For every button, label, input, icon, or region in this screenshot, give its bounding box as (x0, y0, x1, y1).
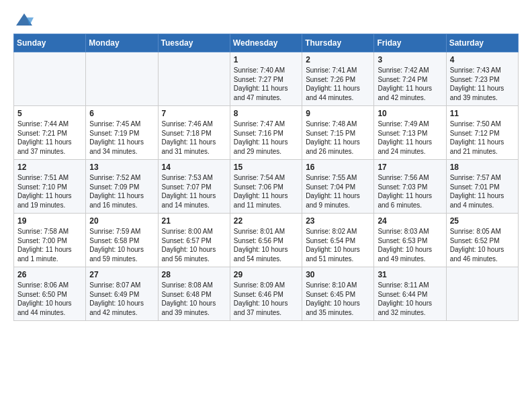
day-info: Sunrise: 8:03 AM Sunset: 6:53 PM Dayligh… (378, 227, 442, 263)
day-number: 3 (378, 55, 442, 64)
calendar-cell: 1Sunrise: 7:40 AM Sunset: 7:27 PM Daylig… (230, 52, 302, 106)
calendar-cell: 9Sunrise: 7:48 AM Sunset: 7:15 PM Daylig… (302, 106, 374, 160)
calendar-week-row: 26Sunrise: 8:06 AM Sunset: 6:50 PM Dayli… (14, 267, 519, 321)
day-info: Sunrise: 7:57 AM Sunset: 7:01 PM Dayligh… (450, 173, 515, 210)
day-number: 5 (17, 109, 82, 118)
calendar-cell: 4Sunrise: 7:43 AM Sunset: 7:23 PM Daylig… (446, 52, 518, 106)
day-info: Sunrise: 8:10 AM Sunset: 6:45 PM Dayligh… (306, 281, 370, 317)
day-info: Sunrise: 7:50 AM Sunset: 7:12 PM Dayligh… (450, 120, 515, 156)
calendar-header-row: SundayMondayTuesdayWednesdayThursdayFrid… (14, 34, 519, 52)
header-friday: Friday (374, 34, 446, 52)
calendar-cell: 13Sunrise: 7:52 AM Sunset: 7:09 PM Dayli… (86, 160, 158, 214)
day-info: Sunrise: 7:51 AM Sunset: 7:10 PM Dayligh… (17, 173, 82, 210)
day-info: Sunrise: 7:47 AM Sunset: 7:16 PM Dayligh… (234, 120, 298, 156)
calendar-cell: 2Sunrise: 7:41 AM Sunset: 7:26 PM Daylig… (302, 52, 374, 106)
calendar-cell: 23Sunrise: 8:02 AM Sunset: 6:54 PM Dayli… (302, 214, 374, 267)
day-number: 29 (234, 270, 298, 279)
day-number: 4 (450, 55, 515, 64)
day-number: 30 (306, 270, 370, 279)
day-number: 22 (234, 216, 298, 226)
day-number: 23 (306, 216, 370, 226)
calendar-cell: 18Sunrise: 7:57 AM Sunset: 7:01 PM Dayli… (446, 160, 518, 214)
header-thursday: Thursday (302, 34, 374, 52)
day-info: Sunrise: 7:43 AM Sunset: 7:23 PM Dayligh… (450, 66, 515, 102)
day-info: Sunrise: 8:01 AM Sunset: 6:56 PM Dayligh… (234, 227, 298, 263)
calendar-cell: 27Sunrise: 8:07 AM Sunset: 6:49 PM Dayli… (86, 267, 158, 321)
calendar-cell: 6Sunrise: 7:45 AM Sunset: 7:19 PM Daylig… (86, 106, 158, 160)
calendar-week-row: 19Sunrise: 7:58 AM Sunset: 7:00 PM Dayli… (14, 214, 519, 267)
calendar-cell: 12Sunrise: 7:51 AM Sunset: 7:10 PM Dayli… (14, 160, 86, 214)
day-info: Sunrise: 8:09 AM Sunset: 6:46 PM Dayligh… (234, 281, 298, 317)
day-number: 21 (162, 216, 226, 226)
day-info: Sunrise: 7:54 AM Sunset: 7:06 PM Dayligh… (234, 173, 298, 210)
calendar-cell: 26Sunrise: 8:06 AM Sunset: 6:50 PM Dayli… (14, 267, 86, 321)
calendar-cell: 25Sunrise: 8:05 AM Sunset: 6:52 PM Dayli… (446, 214, 518, 267)
calendar-cell: 16Sunrise: 7:55 AM Sunset: 7:04 PM Dayli… (302, 160, 374, 214)
calendar-cell: 19Sunrise: 7:58 AM Sunset: 7:00 PM Dayli… (14, 214, 86, 267)
day-info: Sunrise: 7:46 AM Sunset: 7:18 PM Dayligh… (162, 120, 226, 156)
day-number: 24 (378, 216, 442, 226)
header-monday: Monday (86, 34, 158, 52)
calendar-cell (14, 52, 86, 106)
day-info: Sunrise: 7:42 AM Sunset: 7:24 PM Dayligh… (378, 66, 442, 102)
logo (13, 11, 34, 27)
day-info: Sunrise: 7:41 AM Sunset: 7:26 PM Dayligh… (306, 66, 370, 102)
day-number: 28 (162, 270, 226, 279)
day-info: Sunrise: 7:56 AM Sunset: 7:03 PM Dayligh… (378, 173, 442, 210)
day-number: 13 (89, 163, 154, 172)
day-number: 10 (378, 109, 442, 118)
header-tuesday: Tuesday (158, 34, 230, 52)
day-number: 12 (17, 163, 82, 172)
header-sunday: Sunday (14, 34, 86, 52)
calendar-cell: 8Sunrise: 7:47 AM Sunset: 7:16 PM Daylig… (230, 106, 302, 160)
day-info: Sunrise: 7:40 AM Sunset: 7:27 PM Dayligh… (234, 66, 298, 102)
day-info: Sunrise: 7:45 AM Sunset: 7:19 PM Dayligh… (89, 120, 154, 156)
day-info: Sunrise: 7:55 AM Sunset: 7:04 PM Dayligh… (306, 173, 370, 210)
day-number: 16 (306, 163, 370, 172)
calendar-week-row: 12Sunrise: 7:51 AM Sunset: 7:10 PM Dayli… (14, 160, 519, 214)
calendar-cell: 24Sunrise: 8:03 AM Sunset: 6:53 PM Dayli… (374, 214, 446, 267)
day-number: 1 (234, 55, 298, 64)
logo-icon (15, 11, 34, 30)
day-info: Sunrise: 7:49 AM Sunset: 7:13 PM Dayligh… (378, 120, 442, 156)
day-number: 15 (234, 163, 298, 172)
day-number: 25 (450, 216, 515, 226)
day-number: 31 (378, 270, 442, 279)
calendar-cell: 28Sunrise: 8:08 AM Sunset: 6:48 PM Dayli… (158, 267, 230, 321)
calendar-week-row: 1Sunrise: 7:40 AM Sunset: 7:27 PM Daylig… (14, 52, 519, 106)
calendar-cell: 31Sunrise: 8:11 AM Sunset: 6:44 PM Dayli… (374, 267, 446, 321)
day-info: Sunrise: 8:07 AM Sunset: 6:49 PM Dayligh… (89, 281, 154, 317)
header (13, 11, 519, 27)
header-wednesday: Wednesday (230, 34, 302, 52)
day-number: 17 (378, 163, 442, 172)
day-info: Sunrise: 7:48 AM Sunset: 7:15 PM Dayligh… (306, 120, 370, 156)
day-number: 6 (89, 109, 154, 118)
day-info: Sunrise: 7:44 AM Sunset: 7:21 PM Dayligh… (17, 120, 82, 156)
calendar-cell (158, 52, 230, 106)
calendar-cell: 15Sunrise: 7:54 AM Sunset: 7:06 PM Dayli… (230, 160, 302, 214)
day-number: 11 (450, 109, 515, 118)
calendar-cell: 14Sunrise: 7:53 AM Sunset: 7:07 PM Dayli… (158, 160, 230, 214)
day-info: Sunrise: 7:59 AM Sunset: 6:58 PM Dayligh… (89, 227, 154, 263)
calendar-cell: 11Sunrise: 7:50 AM Sunset: 7:12 PM Dayli… (446, 106, 518, 160)
day-info: Sunrise: 7:58 AM Sunset: 7:00 PM Dayligh… (17, 227, 82, 263)
header-saturday: Saturday (446, 34, 518, 52)
day-number: 7 (162, 109, 226, 118)
day-number: 9 (306, 109, 370, 118)
day-number: 2 (306, 55, 370, 64)
calendar-cell: 29Sunrise: 8:09 AM Sunset: 6:46 PM Dayli… (230, 267, 302, 321)
calendar-cell: 3Sunrise: 7:42 AM Sunset: 7:24 PM Daylig… (374, 52, 446, 106)
day-info: Sunrise: 8:06 AM Sunset: 6:50 PM Dayligh… (17, 281, 82, 317)
day-number: 14 (162, 163, 226, 172)
day-info: Sunrise: 8:02 AM Sunset: 6:54 PM Dayligh… (306, 227, 370, 263)
calendar-cell: 30Sunrise: 8:10 AM Sunset: 6:45 PM Dayli… (302, 267, 374, 321)
calendar-cell: 17Sunrise: 7:56 AM Sunset: 7:03 PM Dayli… (374, 160, 446, 214)
day-info: Sunrise: 8:08 AM Sunset: 6:48 PM Dayligh… (162, 281, 226, 317)
day-number: 20 (89, 216, 154, 226)
day-number: 27 (89, 270, 154, 279)
day-number: 8 (234, 109, 298, 118)
page: SundayMondayTuesdayWednesdayThursdayFrid… (0, 0, 532, 411)
calendar-week-row: 5Sunrise: 7:44 AM Sunset: 7:21 PM Daylig… (14, 106, 519, 160)
calendar-cell: 20Sunrise: 7:59 AM Sunset: 6:58 PM Dayli… (86, 214, 158, 267)
day-info: Sunrise: 8:05 AM Sunset: 6:52 PM Dayligh… (450, 227, 515, 263)
